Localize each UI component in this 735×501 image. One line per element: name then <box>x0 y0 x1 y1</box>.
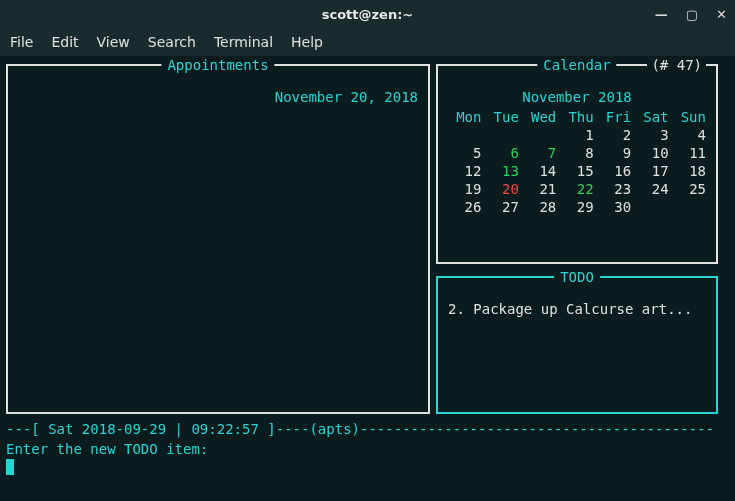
calendar-dow: Sat <box>635 108 668 126</box>
calendar-day[interactable]: 12 <box>448 162 481 180</box>
todo-panel[interactable]: TODO 2. Package up Calcurse art... <box>436 276 718 414</box>
maximize-icon[interactable]: ▢ <box>686 7 698 22</box>
calendar-day[interactable]: 19 <box>448 180 481 198</box>
calendar-dow: Mon <box>448 108 481 126</box>
menu-terminal[interactable]: Terminal <box>214 34 273 50</box>
calendar-day[interactable]: 13 <box>485 162 518 180</box>
calendar-week: (# 47) <box>647 56 706 74</box>
calendar-day[interactable]: 3 <box>635 126 668 144</box>
calendar-day[interactable]: 1 <box>560 126 593 144</box>
calendar-day[interactable]: 5 <box>448 144 481 162</box>
menu-search[interactable]: Search <box>148 34 196 50</box>
calendar-panel[interactable]: Calendar (# 47) November 2018 MonTueWedT… <box>436 64 718 264</box>
calendar-dow: Wed <box>523 108 556 126</box>
appointments-panel[interactable]: Appointments November 20, 2018 <box>6 64 430 414</box>
status-bar: ---[ Sat 2018-09-29 | 09:22:57 ]----(apt… <box>6 420 729 438</box>
calendar-day[interactable]: 30 <box>598 198 631 216</box>
window-title: scott@zen:~ <box>322 7 414 22</box>
calendar-day[interactable]: 10 <box>635 144 668 162</box>
calendar-day[interactable]: 22 <box>560 180 593 198</box>
window-controls: — ▢ ✕ <box>655 7 727 22</box>
terminal-area[interactable]: Appointments November 20, 2018 Calendar … <box>0 56 735 501</box>
calendar-dow: Sun <box>673 108 706 126</box>
prompt-line: Enter the new TODO item: <box>6 440 729 458</box>
calendar-day[interactable]: 23 <box>598 180 631 198</box>
calendar-dow: Fri <box>598 108 631 126</box>
text-cursor[interactable] <box>6 459 14 475</box>
todo-title: TODO <box>554 268 600 286</box>
todo-item[interactable]: 2. Package up Calcurse art... <box>448 300 706 318</box>
menu-help[interactable]: Help <box>291 34 323 50</box>
calendar-day[interactable]: 7 <box>523 144 556 162</box>
calendar-day[interactable]: 6 <box>485 144 518 162</box>
calendar-day[interactable]: 8 <box>560 144 593 162</box>
calendar-day[interactable]: 4 <box>673 126 706 144</box>
calendar-day[interactable]: 14 <box>523 162 556 180</box>
calendar-day[interactable]: 15 <box>560 162 593 180</box>
calendar-day[interactable]: 29 <box>560 198 593 216</box>
calendar-day[interactable]: 25 <box>673 180 706 198</box>
calendar-day[interactable]: 17 <box>635 162 668 180</box>
calendar-day[interactable]: 2 <box>598 126 631 144</box>
menu-file[interactable]: File <box>10 34 33 50</box>
calendar-day[interactable]: 27 <box>485 198 518 216</box>
menu-view[interactable]: View <box>97 34 130 50</box>
calendar-day[interactable]: 18 <box>673 162 706 180</box>
calendar-day[interactable]: 16 <box>598 162 631 180</box>
calendar-day[interactable]: 24 <box>635 180 668 198</box>
prompt-text: Enter the new TODO item: <box>6 441 208 457</box>
calendar-title: Calendar <box>537 56 616 74</box>
calendar-day[interactable]: 26 <box>448 198 481 216</box>
close-icon[interactable]: ✕ <box>716 7 727 22</box>
menu-edit[interactable]: Edit <box>51 34 78 50</box>
menubar: File Edit View Search Terminal Help <box>0 28 735 56</box>
appointments-date: November 20, 2018 <box>18 88 418 106</box>
calendar-day[interactable]: 11 <box>673 144 706 162</box>
minimize-icon[interactable]: — <box>655 7 668 22</box>
calendar-day[interactable]: 21 <box>523 180 556 198</box>
calendar-day[interactable]: 9 <box>598 144 631 162</box>
calendar-day[interactable]: 20 <box>485 180 518 198</box>
calendar-month: November 2018 <box>448 88 706 106</box>
appointments-title: Appointments <box>161 56 274 74</box>
window-titlebar: scott@zen:~ — ▢ ✕ <box>0 0 735 28</box>
calendar-dow: Tue <box>485 108 518 126</box>
calendar-day[interactable]: 28 <box>523 198 556 216</box>
calendar-dow: Thu <box>560 108 593 126</box>
